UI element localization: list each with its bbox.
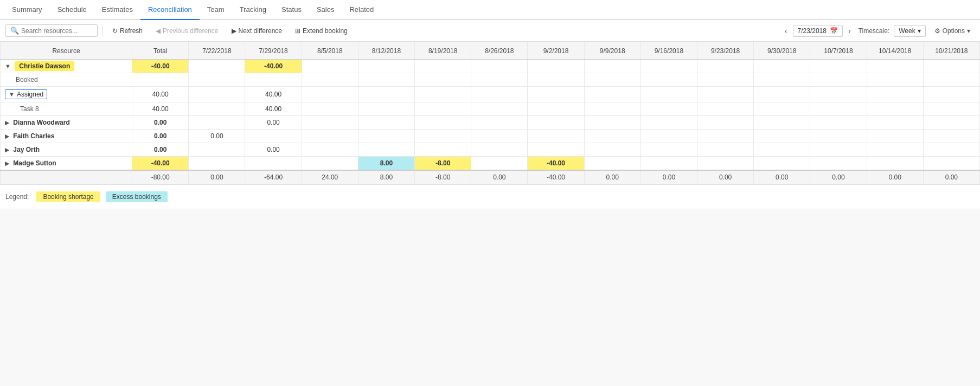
date-cell — [923, 60, 979, 73]
date-cell-729: -40.00 — [245, 60, 302, 73]
date-cell — [923, 143, 979, 157]
resource-name-cell[interactable]: ▶ Jay Orth — [1, 143, 132, 157]
nav-schedule[interactable]: Schedule — [50, 0, 94, 20]
date-cell — [923, 87, 979, 102]
col-header-total: Total — [132, 42, 189, 60]
total-826: 0.00 — [471, 170, 528, 184]
total-cell: -40.00 — [132, 157, 189, 171]
total-85: 24.00 — [302, 170, 358, 184]
date-cell — [867, 116, 923, 130]
chevron-down-icon: ▼ — [5, 63, 11, 69]
date-next-button[interactable]: › — [845, 25, 854, 36]
date-cell — [528, 130, 584, 143]
date-cell — [584, 87, 640, 102]
date-cell — [697, 60, 753, 73]
date-cell — [754, 73, 810, 87]
date-cell — [528, 60, 584, 73]
date-cell: 0.00 — [245, 116, 302, 130]
date-cell — [867, 60, 923, 73]
resource-label: Dianna Woodward — [13, 119, 69, 126]
nav-sales[interactable]: Sales — [309, 0, 342, 20]
table-row: ▼ Christie Dawson -40.00 -40.00 — [1, 60, 980, 73]
resource-label: Christie Dawson — [15, 61, 74, 71]
nav-summary[interactable]: Summary — [4, 0, 50, 20]
resource-name-cell[interactable]: ▶ Faith Charles — [1, 130, 132, 143]
assigned-label: Assigned — [17, 91, 43, 98]
date-cell — [810, 130, 867, 143]
next-diff-label: Next difference — [239, 27, 283, 35]
date-cell — [415, 73, 471, 87]
date-cell — [640, 143, 697, 157]
date-cell — [415, 116, 471, 130]
date-cell — [584, 143, 640, 157]
next-icon: ▶ — [232, 27, 236, 35]
date-cell — [697, 143, 753, 157]
date-cell — [867, 130, 923, 143]
date-cell — [640, 157, 697, 171]
total-1021: 0.00 — [923, 170, 979, 184]
date-cell — [471, 87, 528, 102]
date-cell — [471, 60, 528, 73]
total-92: -40.00 — [528, 170, 584, 184]
date-cell — [528, 116, 584, 130]
nav-reconciliation[interactable]: Reconciliation — [140, 0, 200, 20]
date-cell-812: 8.00 — [358, 157, 414, 171]
total-99: 0.00 — [584, 170, 640, 184]
legend-booking-shortage: Booking shortage — [36, 191, 100, 202]
table-row: ▶ Faith Charles 0.00 0.00 — [1, 130, 980, 143]
nav-estimates[interactable]: Estimates — [94, 0, 140, 20]
resource-name-cell[interactable]: ▶ Madge Sutton — [1, 157, 132, 171]
nav-tracking[interactable]: Tracking — [232, 0, 274, 20]
date-cell — [923, 102, 979, 116]
date-cell — [245, 157, 302, 171]
date-cell: 40.00 — [245, 87, 302, 102]
extend-booking-button[interactable]: ⊞ Extend booking — [290, 25, 353, 37]
calendar-icon: 📅 — [830, 27, 838, 35]
timescale-select[interactable]: Week ▾ — [894, 25, 925, 37]
legend-label: Legend: — [5, 193, 29, 201]
extend-icon: ⊞ — [295, 27, 300, 35]
chevron-right-icon: ▶ — [5, 133, 9, 140]
options-button[interactable]: ⚙ Options ▾ — [930, 25, 975, 36]
date-cell — [640, 102, 697, 116]
refresh-button[interactable]: ↻ Refresh — [107, 25, 148, 37]
assigned-cell[interactable]: ▼ Assigned — [1, 87, 132, 102]
col-header-923: 9/23/2018 — [697, 42, 753, 60]
extend-label: Extend booking — [303, 27, 348, 35]
date-cell — [697, 87, 753, 102]
date-cell — [867, 73, 923, 87]
resource-name-cell[interactable]: ▶ Dianna Woodward — [1, 116, 132, 130]
nav-status[interactable]: Status — [274, 0, 309, 20]
date-cell — [810, 116, 867, 130]
nav-related[interactable]: Related — [342, 0, 381, 20]
date-cell — [810, 143, 867, 157]
options-label: Options — [943, 27, 965, 35]
resource-label: Jay Orth — [13, 146, 40, 153]
next-difference-button[interactable]: ▶ Next difference — [226, 25, 288, 37]
date-cell — [923, 130, 979, 143]
nav-team[interactable]: Team — [200, 0, 232, 20]
total-812: 8.00 — [358, 170, 414, 184]
date-cell — [302, 116, 358, 130]
date-cell — [528, 73, 584, 87]
prev-difference-button[interactable]: ◀ Previous difference — [150, 25, 224, 37]
totals-label — [1, 170, 132, 184]
date-cell: 40.00 — [132, 102, 189, 116]
date-cell — [640, 87, 697, 102]
date-cell — [923, 116, 979, 130]
date-cell — [358, 130, 414, 143]
date-prev-button[interactable]: ‹ — [782, 25, 791, 36]
total-107: 0.00 — [810, 170, 867, 184]
date-cell — [923, 73, 979, 87]
date-cell — [358, 87, 414, 102]
date-cell — [415, 143, 471, 157]
resource-name-cell[interactable]: ▼ Christie Dawson — [1, 60, 132, 73]
grid-container: Resource Total 7/22/2018 7/29/2018 8/5/2… — [0, 42, 980, 184]
date-cell — [697, 102, 753, 116]
grid-header-row: Resource Total 7/22/2018 7/29/2018 8/5/2… — [1, 42, 980, 60]
date-cell — [528, 102, 584, 116]
date-cell-819: -8.00 — [415, 157, 471, 171]
search-input[interactable] — [21, 27, 92, 35]
search-box[interactable]: 🔍 — [5, 24, 98, 37]
search-icon: 🔍 — [10, 27, 19, 35]
